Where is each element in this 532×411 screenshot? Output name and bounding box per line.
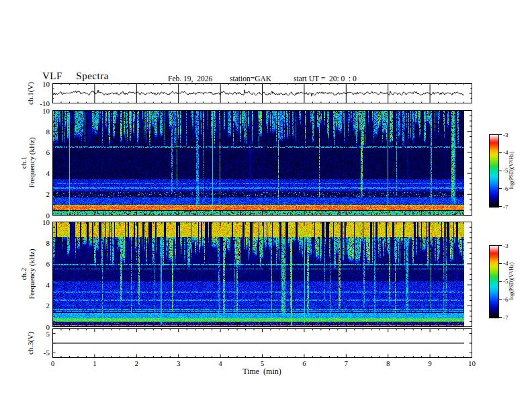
tick-label: -5 [44,349,50,357]
colorbar-tick-mark [499,171,502,171]
tick-label: 8 [46,239,50,246]
tick-label: 1 [93,359,97,367]
colorbar-2 [489,245,499,318]
colorbar-2-label: log(PSD)(V²/Hz) [508,244,515,318]
colorbar-tick-mark [499,317,502,318]
tick-label: 10 [42,218,50,226]
tick-label: 2 [46,302,50,310]
ch1-waveform-ylabel: ch.1(V) [26,53,34,134]
tick-label: -7 [503,314,508,320]
tick-label: 4 [46,281,50,289]
tick-label: -6 [503,296,508,302]
tick-label: -3 [503,242,508,248]
ch3-ylabel: ch.3(V) [26,303,34,383]
colorbar-tick-mark [499,134,502,135]
colorbar-tick-mark [499,299,502,300]
tick-label: 7 [345,359,349,367]
tick-label: 10 [42,107,50,114]
figure-title: VLF Spectra [42,71,109,82]
tick-label: 10 [468,359,476,367]
colorbar-tick-mark [499,206,502,207]
ch1-spectrogram-ylabel-line2: Frequency (kHz) [28,122,36,203]
tick-label: -7 [503,203,508,210]
tick-label: -4 [503,261,508,267]
tick-label: 4 [218,359,222,367]
tick-label: 4 [46,170,50,177]
colorbar-tick-mark [499,263,502,264]
tick-label: 8 [46,128,50,135]
header-station: station=GAK [230,75,271,83]
colorbar-1-label: log(PSD)(V²/Hz) [508,134,515,208]
tick-label: 0 [51,359,55,367]
ch1-waveform-panel [52,83,472,103]
tick-label: -5 [503,279,508,285]
header-start-ut: start UT = 20: 0 : 0 [294,75,357,83]
colorbar-tick-mark [499,281,502,282]
tick-label: -6 [503,185,508,191]
ch3-waveform-panel [52,328,472,358]
ch2-spectrogram-ylabel-line2: Frequency (kHz) [28,234,36,314]
colorbar-1 [489,134,499,208]
colorbar-tick-mark [499,152,502,153]
tick-label: 8 [386,359,390,367]
tick-label: 9 [428,359,432,367]
ch1-spectrogram-ylabel-line1: ch.1 [19,122,28,203]
tick-label: 10 [42,80,50,87]
tick-label: -4 [503,150,508,156]
tick-label: 6 [46,260,50,267]
vlf-spectra-figure: VLF Spectra Feb. 19, 2026 station=GAK st… [0,0,532,411]
tick-label: 3 [177,359,181,367]
ch1-spectrogram-panel [52,110,472,216]
ch2-spectrogram-ylabel-line1: ch.2 [19,234,28,314]
colorbar-tick-mark [499,188,502,189]
tick-label: 2 [135,359,139,367]
tick-label: -5 [503,168,508,174]
ch2-spectrogram-panel [52,222,472,327]
tick-label: 5 [46,330,50,337]
ch1-spectrogram-ylabel: ch.1 Frequency (kHz) [19,122,36,203]
ch2-spectrogram-ylabel: ch.2 Frequency (kHz) [19,234,36,314]
tick-label: -3 [503,132,508,138]
tick-label: 6 [46,148,50,156]
xaxis-title: Time (min) [161,367,363,377]
colorbar-tick-mark [499,245,502,246]
tick-label: 6 [302,359,306,367]
tick-label: 2 [46,191,50,198]
header-date: Feb. 19, 2026 [168,75,212,83]
tick-label: 5 [261,359,265,367]
